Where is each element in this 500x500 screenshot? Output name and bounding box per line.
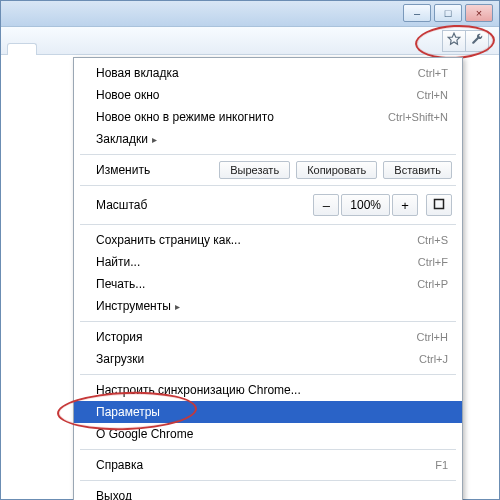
star-icon: [447, 32, 461, 49]
wrench-menu: Новая вкладка Ctrl+T Новое окно Ctrl+N Н…: [73, 57, 463, 500]
zoom-out-button[interactable]: –: [313, 194, 339, 216]
menu-item-find[interactable]: Найти... Ctrl+F: [74, 251, 462, 273]
menu-label: Печать...: [96, 277, 145, 291]
menu-label: Загрузки: [96, 352, 144, 366]
zoom-value: 100%: [341, 194, 390, 216]
title-bar: – □ ×: [1, 1, 499, 27]
menu-label: Параметры: [96, 405, 160, 419]
menu-item-history[interactable]: История Ctrl+H: [74, 326, 462, 348]
menu-label: История: [96, 330, 143, 344]
menu-label: Настроить синхронизацию Chrome...: [96, 383, 301, 397]
zoom-label: Масштаб: [96, 198, 147, 212]
menu-label: Новая вкладка: [96, 66, 179, 80]
menu-shortcut: F1: [435, 459, 448, 471]
menu-item-new-tab[interactable]: Новая вкладка Ctrl+T: [74, 62, 462, 84]
menu-separator: [80, 154, 456, 155]
menu-label: Инструменты▸: [96, 299, 180, 313]
menu-item-downloads[interactable]: Загрузки Ctrl+J: [74, 348, 462, 370]
cut-button[interactable]: Вырезать: [219, 161, 290, 179]
menu-separator: [80, 185, 456, 186]
app-window: – □ × Новая вкладка Ctrl+T Новое окно Ct…: [0, 0, 500, 500]
menu-item-exit[interactable]: Выход: [74, 485, 462, 500]
chevron-right-icon: ▸: [152, 134, 157, 145]
menu-item-bookmarks[interactable]: Закладки▸: [74, 128, 462, 150]
menu-label: Новое окно в режиме инкогнито: [96, 110, 274, 124]
menu-shortcut: Ctrl+Shift+N: [388, 111, 448, 123]
menu-item-sync[interactable]: Настроить синхронизацию Chrome...: [74, 379, 462, 401]
menu-shortcut: Ctrl+J: [419, 353, 448, 365]
menu-label: Выход: [96, 489, 132, 500]
menu-shortcut: Ctrl+S: [417, 234, 448, 246]
menu-item-tools[interactable]: Инструменты▸: [74, 295, 462, 317]
close-button[interactable]: ×: [465, 4, 493, 22]
menu-separator: [80, 224, 456, 225]
svg-marker-0: [448, 33, 460, 44]
menu-label: О Google Chrome: [96, 427, 193, 441]
menu-label: Новое окно: [96, 88, 160, 102]
menu-shortcut: Ctrl+P: [417, 278, 448, 290]
menu-item-save-page[interactable]: Сохранить страницу как... Ctrl+S: [74, 229, 462, 251]
menu-item-incognito[interactable]: Новое окно в режиме инкогнито Ctrl+Shift…: [74, 106, 462, 128]
menu-shortcut: Ctrl+N: [417, 89, 448, 101]
menu-item-options[interactable]: Параметры: [74, 401, 462, 423]
wrench-menu-button[interactable]: [465, 30, 489, 52]
menu-separator: [80, 321, 456, 322]
menu-label: Справка: [96, 458, 143, 472]
menu-item-help[interactable]: Справка F1: [74, 454, 462, 476]
menu-label: Закладки▸: [96, 132, 157, 146]
minimize-button[interactable]: –: [403, 4, 431, 22]
menu-shortcut: Ctrl+F: [418, 256, 448, 268]
paste-button[interactable]: Вставить: [383, 161, 452, 179]
menu-item-print[interactable]: Печать... Ctrl+P: [74, 273, 462, 295]
fullscreen-icon: [433, 198, 445, 213]
svg-rect-1: [435, 199, 444, 208]
chevron-right-icon: ▸: [175, 301, 180, 312]
toolbar: [1, 27, 499, 55]
menu-shortcut: Ctrl+H: [417, 331, 448, 343]
menu-separator: [80, 480, 456, 481]
menu-edit-row: Изменить Вырезать Копировать Вставить: [74, 159, 462, 181]
maximize-button[interactable]: □: [434, 4, 462, 22]
menu-item-about[interactable]: О Google Chrome: [74, 423, 462, 445]
tab-strip[interactable]: [7, 43, 37, 55]
menu-zoom-row: Масштаб – 100% +: [74, 190, 462, 220]
menu-label: Найти...: [96, 255, 140, 269]
edit-label: Изменить: [96, 163, 150, 177]
menu-item-new-window[interactable]: Новое окно Ctrl+N: [74, 84, 462, 106]
fullscreen-button[interactable]: [426, 194, 452, 216]
bookmark-star-button[interactable]: [442, 30, 466, 52]
menu-separator: [80, 374, 456, 375]
menu-shortcut: Ctrl+T: [418, 67, 448, 79]
copy-button[interactable]: Копировать: [296, 161, 377, 179]
zoom-in-button[interactable]: +: [392, 194, 418, 216]
menu-separator: [80, 449, 456, 450]
menu-label: Сохранить страницу как...: [96, 233, 241, 247]
wrench-icon: [470, 32, 484, 49]
